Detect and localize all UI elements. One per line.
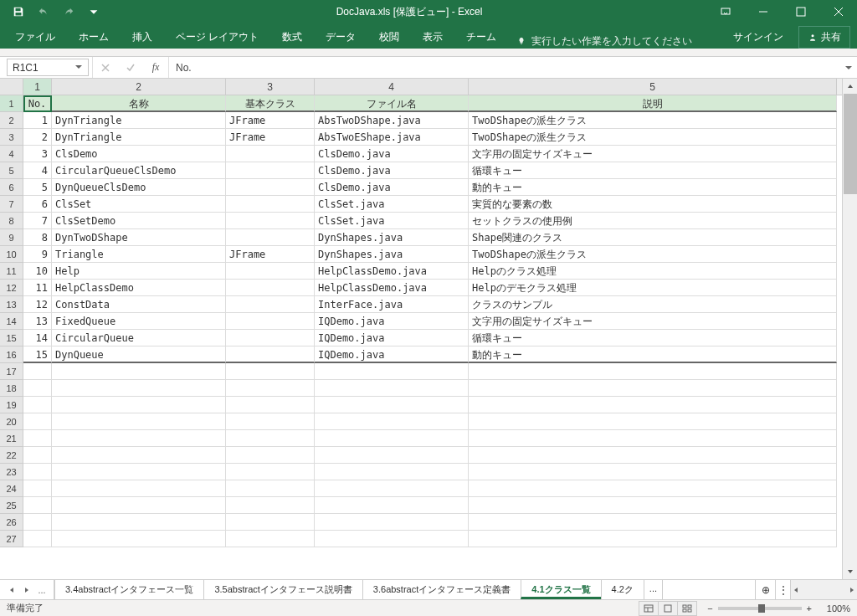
vertical-scrollbar[interactable] — [842, 79, 857, 579]
column-header[interactable]: 3 — [226, 79, 315, 95]
row-header[interactable]: 24 — [0, 480, 23, 497]
cell[interactable] — [23, 413, 52, 430]
tab-home[interactable]: ホーム — [67, 25, 121, 49]
cell[interactable]: DynQueueClsDemo — [52, 179, 226, 196]
tab-team[interactable]: チーム — [454, 25, 508, 49]
cell[interactable] — [226, 480, 315, 497]
cell[interactable]: ClsDemo.java — [315, 146, 469, 162]
tab-pagelayout[interactable]: ページ レイアウト — [164, 25, 270, 49]
cell[interactable] — [23, 447, 52, 464]
cell[interactable]: 循環キュー — [469, 162, 837, 179]
cell[interactable]: AbsTwoDShape.java — [315, 112, 469, 129]
row-header[interactable]: 12 — [0, 280, 23, 296]
cell[interactable] — [226, 363, 315, 380]
cell[interactable]: CircularQueueClsDemo — [52, 162, 226, 179]
cell[interactable]: 8 — [23, 229, 52, 246]
row-header[interactable]: 22 — [0, 447, 23, 464]
cell[interactable] — [23, 430, 52, 447]
cell[interactable]: IQDemo.java — [315, 346, 469, 363]
cell[interactable]: ClsSet — [52, 196, 226, 213]
cell[interactable]: 15 — [23, 346, 52, 363]
tab-view[interactable]: 表示 — [411, 25, 454, 49]
cell[interactable] — [315, 497, 469, 514]
cell[interactable] — [226, 380, 315, 397]
row-header[interactable]: 11 — [0, 263, 23, 280]
row-header[interactable]: 7 — [0, 196, 23, 213]
row-header[interactable]: 5 — [0, 162, 23, 179]
tell-me-input[interactable]: 実行したい作業を入力してください — [516, 34, 692, 49]
cell[interactable]: IQDemo.java — [315, 313, 469, 330]
row-header[interactable]: 6 — [0, 179, 23, 196]
cell[interactable]: セットクラスの使用例 — [469, 213, 837, 229]
cell[interactable]: ClsDemo — [52, 146, 226, 162]
cell[interactable]: 9 — [23, 246, 52, 263]
cell[interactable] — [226, 263, 315, 280]
cell[interactable]: 2 — [23, 129, 52, 146]
row-header[interactable]: 9 — [0, 229, 23, 246]
cell[interactable]: Triangle — [52, 246, 226, 263]
cell[interactable] — [469, 447, 837, 464]
cell[interactable] — [52, 397, 226, 413]
cell[interactable]: JFrame — [226, 129, 315, 146]
redo-button[interactable] — [57, 1, 80, 23]
close-button[interactable] — [819, 0, 857, 23]
cell[interactable] — [52, 447, 226, 464]
zoom-percentage[interactable]: 100% — [817, 603, 850, 613]
cell[interactable] — [315, 380, 469, 397]
tab-formulas[interactable]: 数式 — [270, 25, 314, 49]
cell[interactable]: TwoDShapeの派生クラス — [469, 112, 837, 129]
cell[interactable]: ClsSet.java — [315, 196, 469, 213]
cell[interactable]: 13 — [23, 313, 52, 330]
cell[interactable]: DynTwoDShape — [52, 229, 226, 246]
cell[interactable] — [23, 464, 52, 480]
cell[interactable] — [52, 497, 226, 514]
cell[interactable]: 4 — [23, 162, 52, 179]
row-header[interactable]: 15 — [0, 330, 23, 346]
cell[interactable] — [469, 413, 837, 430]
cell[interactable] — [52, 380, 226, 397]
row-header[interactable]: 21 — [0, 430, 23, 447]
formula-input[interactable]: No. — [169, 57, 840, 78]
cell[interactable]: ClsDemo.java — [315, 179, 469, 196]
cell[interactable] — [52, 363, 226, 380]
cell[interactable]: DynTriangle — [52, 129, 226, 146]
cell[interactable] — [226, 464, 315, 480]
select-all-corner[interactable] — [0, 79, 23, 95]
cell[interactable]: クラスのサンプル — [469, 296, 837, 313]
minimize-button[interactable] — [744, 0, 782, 23]
cell[interactable] — [226, 330, 315, 346]
cell[interactable]: 5 — [23, 179, 52, 196]
cell[interactable]: 11 — [23, 280, 52, 296]
row-header[interactable]: 8 — [0, 213, 23, 229]
cell[interactable]: 7 — [23, 213, 52, 229]
sheet-ellipsis-tab[interactable]: ... — [644, 580, 663, 599]
cell[interactable] — [315, 464, 469, 480]
scrollbar-thumb[interactable] — [844, 94, 857, 194]
sheet-tab[interactable]: 3.4abstractインタフェース一覧 — [54, 580, 204, 599]
cell[interactable]: 名称 — [52, 95, 226, 112]
column-header[interactable]: 4 — [315, 79, 469, 95]
row-header[interactable]: 26 — [0, 514, 23, 531]
tab-file[interactable]: ファイル — [3, 25, 67, 49]
chevron-down-icon[interactable] — [74, 62, 83, 74]
qat-customize-button[interactable] — [82, 1, 105, 23]
cell[interactable] — [469, 514, 837, 531]
cell[interactable]: 説明 — [469, 95, 837, 112]
sheet-tab[interactable]: 4.2ク — [601, 580, 644, 599]
cell[interactable] — [469, 397, 837, 413]
cell[interactable] — [315, 531, 469, 547]
cell[interactable] — [226, 430, 315, 447]
row-header[interactable]: 4 — [0, 146, 23, 162]
undo-button[interactable] — [32, 1, 55, 23]
cell[interactable]: Helpのデモクラス処理 — [469, 280, 837, 296]
row-header[interactable]: 1 — [0, 95, 23, 112]
cell[interactable] — [315, 363, 469, 380]
cell[interactable]: 12 — [23, 296, 52, 313]
row-header[interactable]: 20 — [0, 413, 23, 430]
cell[interactable]: InterFace.java — [315, 296, 469, 313]
cell[interactable] — [52, 430, 226, 447]
cell[interactable] — [52, 413, 226, 430]
sheet-prev-button[interactable] — [5, 581, 18, 599]
row-header[interactable]: 27 — [0, 531, 23, 547]
cell[interactable] — [226, 296, 315, 313]
